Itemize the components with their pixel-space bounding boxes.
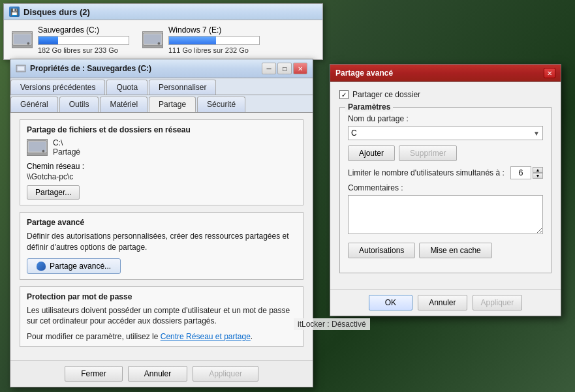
minimize-button[interactable]: ─ (262, 63, 276, 74)
disques-panel: 💾 Disques durs (2) Sauvegardes (C:) (3, 3, 323, 60)
drive-c-item: Sauvegardes (C:) 182 Go libres sur 233 G… (12, 25, 129, 54)
properties-dialog: Propriétés de : Sauvegardes (C:) ─ □ ✕ V… (10, 59, 313, 387)
tab-quota[interactable]: Quota (106, 80, 148, 95)
autorisations-button[interactable]: Autorisations (348, 243, 415, 258)
share-hdd-icon (27, 139, 48, 156)
password-title: Protection par mot de passe (27, 292, 296, 301)
drive-c-bar-fill (39, 37, 58, 44)
annuler-button[interactable]: Annuler (128, 366, 187, 382)
svg-rect-7 (18, 67, 24, 70)
ajouter-button[interactable]: Ajouter (348, 145, 395, 161)
tab-versions[interactable]: Versions précédentes (10, 80, 105, 95)
share-info: C:\ Partagé (27, 138, 296, 157)
comments-label: Commentaires : (348, 183, 543, 192)
disques-icon: 💾 (9, 7, 20, 17)
password-modify-text: Pour modifier ce paramètre, utilisez le … (27, 332, 296, 341)
params-group: Paramètres Nom du partage : C ▼ Ajouter … (339, 107, 552, 273)
nom-partage-select[interactable]: C ▼ (348, 126, 543, 140)
fermer-button[interactable]: Fermer (65, 366, 123, 382)
tabs-row-1: Versions précédentes Quota Personnaliser (10, 78, 313, 95)
bitlocker-text: itLocker : Désactivé (294, 318, 370, 330)
titlebar-left: Propriétés de : Sauvegardes (C:) (16, 63, 151, 74)
drive-e-info: Windows 7 (E:) 111 Go libres sur 232 Go (168, 25, 260, 54)
params-legend: Paramètres (345, 102, 393, 112)
disques-title: Disques durs (2) (23, 7, 90, 17)
limit-label: Limiter le nombre d'utilisateurs simulta… (348, 168, 505, 177)
sharing-title: Partage de fichiers et de dossiers en ré… (27, 125, 296, 134)
partage-dialog: Partage avancé ✕ ✓ Partager ce dossier P… (330, 64, 561, 316)
nom-partage-value: C (351, 128, 357, 138)
titlebar-buttons: ─ □ ✕ (262, 63, 307, 74)
password-desc: Les utilisateurs doivent posséder un com… (27, 305, 296, 327)
properties-title: Propriétés de : Sauvegardes (C:) (30, 64, 151, 73)
tab-materiel[interactable]: Matériel (100, 97, 148, 112)
shield-icon (37, 262, 46, 271)
properties-body: Partage de fichiers et de dossiers en ré… (10, 113, 313, 360)
spinner-container: ▲ ▼ (510, 166, 543, 179)
advanced-share-button[interactable]: Partage avancé... (27, 258, 121, 274)
partage-close-button[interactable]: ✕ (544, 68, 555, 78)
supprimer-button[interactable]: Supprimer (399, 145, 457, 161)
drive-e-item: Windows 7 (E:) 111 Go libres sur 232 Go (142, 25, 260, 54)
properties-footer: Fermer Annuler Appliquer (10, 360, 313, 387)
network-value: \\Gotcha-pc\c (27, 172, 296, 181)
tab-personnaliser[interactable]: Personnaliser (149, 80, 216, 95)
network-path: Chemin réseau : \\Gotcha-pc\c (27, 162, 296, 181)
centre-reseau-link[interactable]: Centre Réseau et partage (161, 332, 251, 341)
close-button[interactable]: ✕ (293, 63, 307, 74)
partage-titlebar: Partage avancé ✕ (330, 65, 561, 82)
tab-partage[interactable]: Partage (149, 97, 196, 112)
ok-button[interactable]: OK (369, 295, 412, 310)
comments-textarea[interactable] (348, 195, 543, 234)
password-section: Protection par mot de passe Les utilisat… (20, 286, 303, 348)
limit-spinner[interactable] (510, 166, 531, 179)
btn-row: Ajouter Supprimer (348, 145, 543, 161)
properties-icon (16, 63, 26, 74)
partage-appliquer-button[interactable]: Appliquer (473, 295, 523, 310)
select-arrow-icon: ▼ (533, 130, 540, 137)
partage-footer: OK Annuler Appliquer (330, 289, 561, 316)
drive-c-info: Sauvegardes (C:) 182 Go libres sur 233 G… (38, 25, 129, 54)
tab-outils[interactable]: Outils (59, 97, 99, 112)
svg-point-2 (27, 42, 30, 45)
sharing-section: Partage de fichiers et de dossiers en ré… (20, 119, 303, 205)
limit-row: Limiter le nombre d'utilisateurs simulta… (348, 166, 543, 179)
share-checkbox-row: ✓ Partager ce dossier (339, 90, 552, 99)
drive-e-bar-fill (169, 37, 216, 44)
share-button[interactable]: Partager... (27, 185, 80, 200)
drive-c-space: 182 Go libres sur 233 Go (38, 46, 129, 54)
nom-partage-label: Nom du partage : (348, 114, 543, 123)
tab-securite[interactable]: Sécurité (197, 97, 245, 112)
drive-c-name: Sauvegardes (C:) (38, 25, 129, 35)
network-label: Chemin réseau : (27, 162, 296, 171)
partage-title: Partage avancé (335, 68, 393, 78)
properties-titlebar: Propriétés de : Sauvegardes (C:) ─ □ ✕ (10, 59, 313, 78)
drive-c-icon (12, 31, 33, 48)
partage-action-row: Autorisations Mise en cache (348, 243, 543, 258)
appliquer-button[interactable]: Appliquer (193, 366, 258, 382)
spinner-down[interactable]: ▼ (533, 173, 543, 179)
svg-point-10 (42, 150, 45, 153)
spinner-up[interactable]: ▲ (533, 167, 543, 173)
drive-e-icon (142, 31, 163, 48)
advanced-share-label: Partage avancé... (50, 262, 111, 271)
drive-c-bar (38, 36, 129, 45)
advanced-section: Partage avancé Définir des autorisations… (20, 212, 303, 280)
password-modify-prefix: Pour modifier ce paramètre, utilisez le (27, 332, 158, 341)
drive-e-space: 111 Go libres sur 232 Go (168, 46, 260, 54)
password-desc-text: Les utilisateurs doivent posséder un com… (27, 306, 290, 326)
drive-e-bar (168, 36, 260, 45)
disques-content: Sauvegardes (C:) 182 Go libres sur 233 G… (4, 20, 322, 59)
advanced-desc: Définir des autorisations personnalisées… (27, 231, 296, 253)
partage-annuler-button[interactable]: Annuler (418, 295, 467, 310)
ajouter-supprimer-row: Ajouter Supprimer (348, 145, 543, 161)
svg-point-5 (158, 42, 161, 45)
drive-e-name: Windows 7 (E:) (168, 25, 260, 35)
tab-general[interactable]: Général (10, 97, 58, 112)
tabs-row-2: Général Outils Matériel Partage Sécurité (10, 95, 313, 113)
desktop: 💾 Disques durs (2) Sauvegardes (C:) (0, 0, 575, 392)
mise-en-cache-button[interactable]: Mise en cache (419, 243, 491, 258)
share-checkbox[interactable]: ✓ (339, 90, 349, 99)
maximize-button[interactable]: □ (277, 63, 292, 74)
spinner-arrows: ▲ ▼ (533, 167, 543, 179)
